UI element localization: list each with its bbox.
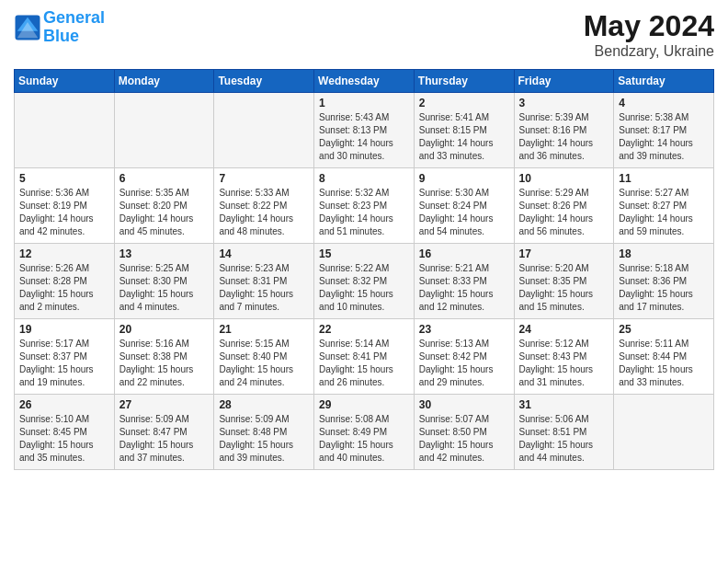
table-row: 16Sunrise: 5:21 AM Sunset: 8:33 PM Dayli…	[414, 244, 514, 319]
day-info: Sunrise: 5:16 AM Sunset: 8:38 PM Dayligh…	[119, 338, 210, 389]
table-row: 11Sunrise: 5:27 AM Sunset: 8:27 PM Dayli…	[614, 168, 714, 244]
day-info: Sunrise: 5:39 AM Sunset: 8:16 PM Dayligh…	[519, 111, 609, 163]
day-number: 24	[519, 323, 609, 336]
table-row: 2Sunrise: 5:41 AM Sunset: 8:15 PM Daylig…	[414, 93, 514, 168]
header-monday: Monday	[114, 70, 214, 93]
day-info: Sunrise: 5:09 AM Sunset: 8:48 PM Dayligh…	[219, 413, 309, 465]
day-info: Sunrise: 5:15 AM Sunset: 8:40 PM Dayligh…	[219, 338, 309, 389]
table-row: 28Sunrise: 5:09 AM Sunset: 8:48 PM Dayli…	[214, 395, 314, 470]
day-number: 4	[619, 97, 709, 109]
table-row: 8Sunrise: 5:32 AM Sunset: 8:23 PM Daylig…	[314, 168, 415, 244]
table-row	[114, 93, 214, 168]
table-row: 12Sunrise: 5:26 AM Sunset: 8:28 PM Dayli…	[15, 244, 115, 319]
day-info: Sunrise: 5:13 AM Sunset: 8:42 PM Dayligh…	[419, 338, 509, 389]
day-info: Sunrise: 5:25 AM Sunset: 8:30 PM Dayligh…	[119, 262, 210, 314]
day-number: 20	[119, 323, 210, 336]
day-info: Sunrise: 5:27 AM Sunset: 8:27 PM Dayligh…	[619, 187, 709, 238]
day-number: 1	[319, 97, 409, 109]
table-row: 13Sunrise: 5:25 AM Sunset: 8:30 PM Dayli…	[114, 244, 214, 319]
logo-icon	[14, 14, 41, 41]
day-info: Sunrise: 5:32 AM Sunset: 8:23 PM Dayligh…	[319, 187, 409, 238]
header-friday: Friday	[514, 70, 614, 93]
calendar-header-row: Sunday Monday Tuesday Wednesday Thursday…	[15, 70, 714, 93]
table-row: 30Sunrise: 5:07 AM Sunset: 8:50 PM Dayli…	[414, 395, 514, 470]
table-row: 17Sunrise: 5:20 AM Sunset: 8:35 PM Dayli…	[514, 244, 614, 319]
day-info: Sunrise: 5:06 AM Sunset: 8:51 PM Dayligh…	[519, 413, 609, 465]
day-number: 7	[219, 172, 309, 185]
day-info: Sunrise: 5:23 AM Sunset: 8:31 PM Dayligh…	[219, 262, 309, 314]
day-info: Sunrise: 5:29 AM Sunset: 8:26 PM Dayligh…	[519, 187, 609, 238]
day-number: 9	[419, 172, 509, 185]
table-row: 21Sunrise: 5:15 AM Sunset: 8:40 PM Dayli…	[214, 319, 314, 395]
day-info: Sunrise: 5:07 AM Sunset: 8:50 PM Dayligh…	[419, 413, 509, 465]
header-tuesday: Tuesday	[214, 70, 314, 93]
day-info: Sunrise: 5:18 AM Sunset: 8:36 PM Dayligh…	[619, 262, 709, 314]
day-info: Sunrise: 5:26 AM Sunset: 8:28 PM Dayligh…	[19, 262, 109, 314]
day-number: 6	[119, 172, 210, 185]
table-row: 15Sunrise: 5:22 AM Sunset: 8:32 PM Dayli…	[314, 244, 415, 319]
week-row-3: 12Sunrise: 5:26 AM Sunset: 8:28 PM Dayli…	[15, 244, 714, 319]
calendar-table: Sunday Monday Tuesday Wednesday Thursday…	[14, 69, 714, 470]
day-info: Sunrise: 5:33 AM Sunset: 8:22 PM Dayligh…	[219, 187, 309, 238]
week-row-2: 5Sunrise: 5:36 AM Sunset: 8:19 PM Daylig…	[15, 168, 714, 244]
logo: General Blue	[14, 9, 105, 46]
title-month: May 2024	[584, 9, 714, 43]
table-row	[15, 93, 115, 168]
title-location: Bendzary, Ukraine	[584, 43, 714, 60]
day-number: 25	[619, 323, 709, 336]
day-info: Sunrise: 5:10 AM Sunset: 8:45 PM Dayligh…	[19, 413, 109, 465]
day-number: 31	[519, 398, 609, 411]
day-number: 29	[319, 398, 409, 411]
table-row: 22Sunrise: 5:14 AM Sunset: 8:41 PM Dayli…	[314, 319, 415, 395]
table-row: 5Sunrise: 5:36 AM Sunset: 8:19 PM Daylig…	[15, 168, 115, 244]
table-row	[214, 93, 314, 168]
day-info: Sunrise: 5:30 AM Sunset: 8:24 PM Dayligh…	[419, 187, 509, 238]
day-info: Sunrise: 5:35 AM Sunset: 8:20 PM Dayligh…	[119, 187, 210, 238]
day-info: Sunrise: 5:08 AM Sunset: 8:49 PM Dayligh…	[319, 413, 409, 465]
day-info: Sunrise: 5:09 AM Sunset: 8:47 PM Dayligh…	[119, 413, 210, 465]
header: General Blue May 2024 Bendzary, Ukraine	[14, 9, 714, 60]
day-number: 13	[119, 247, 210, 260]
day-number: 22	[319, 323, 409, 336]
table-row: 23Sunrise: 5:13 AM Sunset: 8:42 PM Dayli…	[414, 319, 514, 395]
table-row: 14Sunrise: 5:23 AM Sunset: 8:31 PM Dayli…	[214, 244, 314, 319]
table-row: 3Sunrise: 5:39 AM Sunset: 8:16 PM Daylig…	[514, 93, 614, 168]
day-info: Sunrise: 5:14 AM Sunset: 8:41 PM Dayligh…	[319, 338, 409, 389]
day-number: 23	[419, 323, 509, 336]
day-number: 10	[519, 172, 609, 185]
day-number: 15	[319, 247, 409, 260]
day-info: Sunrise: 5:38 AM Sunset: 8:17 PM Dayligh…	[619, 111, 709, 163]
table-row: 24Sunrise: 5:12 AM Sunset: 8:43 PM Dayli…	[514, 319, 614, 395]
table-row	[614, 395, 714, 470]
table-row: 25Sunrise: 5:11 AM Sunset: 8:44 PM Dayli…	[614, 319, 714, 395]
header-sunday: Sunday	[15, 70, 115, 93]
day-info: Sunrise: 5:41 AM Sunset: 8:15 PM Dayligh…	[419, 111, 509, 163]
week-row-1: 1Sunrise: 5:43 AM Sunset: 8:13 PM Daylig…	[15, 93, 714, 168]
title-block: May 2024 Bendzary, Ukraine	[584, 9, 714, 60]
table-row: 4Sunrise: 5:38 AM Sunset: 8:17 PM Daylig…	[614, 93, 714, 168]
logo-text: General Blue	[43, 9, 105, 46]
day-number: 30	[419, 398, 509, 411]
table-row: 27Sunrise: 5:09 AM Sunset: 8:47 PM Dayli…	[114, 395, 214, 470]
day-number: 21	[219, 323, 309, 336]
table-row: 18Sunrise: 5:18 AM Sunset: 8:36 PM Dayli…	[614, 244, 714, 319]
week-row-4: 19Sunrise: 5:17 AM Sunset: 8:37 PM Dayli…	[15, 319, 714, 395]
table-row: 7Sunrise: 5:33 AM Sunset: 8:22 PM Daylig…	[214, 168, 314, 244]
day-number: 12	[19, 247, 109, 260]
day-number: 5	[19, 172, 109, 185]
header-wednesday: Wednesday	[314, 70, 415, 93]
header-thursday: Thursday	[414, 70, 514, 93]
logo-general: General	[43, 8, 105, 27]
logo-blue: Blue	[43, 27, 79, 45]
day-info: Sunrise: 5:11 AM Sunset: 8:44 PM Dayligh…	[619, 338, 709, 389]
table-row: 1Sunrise: 5:43 AM Sunset: 8:13 PM Daylig…	[314, 93, 415, 168]
day-number: 3	[519, 97, 609, 109]
day-info: Sunrise: 5:36 AM Sunset: 8:19 PM Dayligh…	[19, 187, 109, 238]
day-info: Sunrise: 5:12 AM Sunset: 8:43 PM Dayligh…	[519, 338, 609, 389]
table-row: 10Sunrise: 5:29 AM Sunset: 8:26 PM Dayli…	[514, 168, 614, 244]
table-row: 19Sunrise: 5:17 AM Sunset: 8:37 PM Dayli…	[15, 319, 115, 395]
table-row: 9Sunrise: 5:30 AM Sunset: 8:24 PM Daylig…	[414, 168, 514, 244]
day-info: Sunrise: 5:21 AM Sunset: 8:33 PM Dayligh…	[419, 262, 509, 314]
day-number: 27	[119, 398, 210, 411]
table-row: 26Sunrise: 5:10 AM Sunset: 8:45 PM Dayli…	[15, 395, 115, 470]
